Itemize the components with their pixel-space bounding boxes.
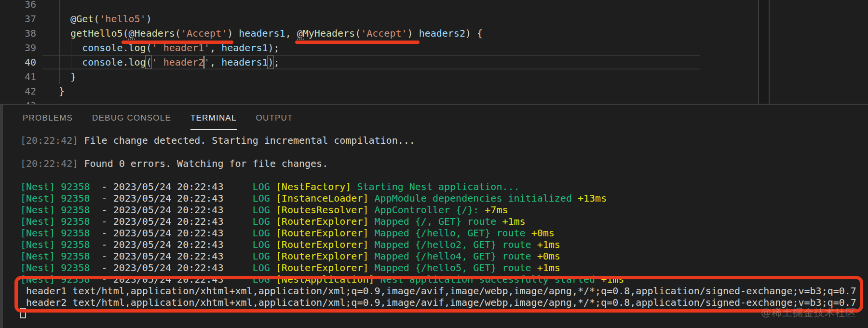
line-number[interactable]: 41	[10, 69, 36, 84]
code-line: }	[59, 69, 483, 84]
terminal-line: [Nest] 92358 - 2023/05/24 20:22:43 LOG […	[20, 239, 856, 250]
panel-tab-debug-console[interactable]: DEBUG CONSOLE	[92, 107, 171, 130]
panel-tab-problems[interactable]: PROBLEMS	[23, 107, 73, 130]
vscode-window: 3637383940414243 @Get('hello5') getHello…	[0, 0, 868, 328]
panel-tab-output[interactable]: OUTPUT	[256, 107, 293, 130]
terminal-line	[20, 308, 856, 320]
terminal-line: [Nest] 92358 - 2023/05/24 20:22:43 LOG […	[20, 216, 856, 227]
code-line: }	[59, 84, 483, 98]
decorator-hint-dots	[128, 37, 135, 40]
line-numbers-gutter[interactable]: 3637383940414243	[10, 0, 36, 104]
terminal-line: [Nest] 92358 - 2023/05/24 20:22:43 LOG […	[20, 262, 856, 273]
panel-top-border[interactable]	[0, 104, 868, 105]
code-line: @Get('hello5')	[59, 12, 483, 26]
terminal-line	[20, 146, 856, 158]
code-line: getHello5(@Headers('Accept') headers1, @…	[59, 26, 483, 41]
line-number[interactable]: 37	[10, 12, 36, 26]
bracket-match-open	[145, 55, 152, 69]
terminal-cursor	[20, 308, 26, 318]
terminal-line	[20, 169, 856, 181]
line-number[interactable]: 43	[10, 98, 36, 104]
annotation-underline-headers	[122, 41, 233, 44]
watermark: @稀土掘金技术社区	[761, 306, 856, 319]
text-cursor	[203, 56, 204, 68]
code-editor[interactable]: 3637383940414243 @Get('hello5') getHello…	[0, 0, 868, 104]
terminal-line: [Nest] 92358 - 2023/05/24 20:22:43 LOG […	[20, 273, 856, 285]
indent-guide	[71, 41, 71, 69]
decorator-hint-dots	[297, 37, 304, 40]
terminal-line: header1 text/html,application/xhtml+xml,…	[20, 285, 856, 297]
terminal-line: [Nest] 92358 - 2023/05/24 20:22:43 LOG […	[20, 204, 856, 216]
code-line	[59, 0, 483, 12]
line-number[interactable]: 42	[10, 84, 36, 98]
indent-guide	[59, 0, 60, 84]
terminal-line: [20:22:42] File change detected. Startin…	[20, 135, 856, 146]
line-number[interactable]: 36	[10, 0, 36, 12]
editor-split-divider[interactable]	[758, 0, 759, 104]
code-area[interactable]: @Get('hello5') getHello5(@Headers('Accep…	[59, 0, 483, 104]
panel-tab-terminal[interactable]: TERMINAL	[190, 107, 237, 130]
line-number[interactable]: 38	[10, 26, 36, 41]
code-line	[59, 98, 483, 104]
panel-tab-bar: PROBLEMSDEBUG CONSOLETERMINALOUTPUT	[23, 107, 293, 130]
terminal-line: [Nest] 92358 - 2023/05/24 20:22:43 LOG […	[20, 227, 856, 239]
line-number[interactable]: 40	[10, 55, 36, 69]
bracket-match-close	[267, 55, 274, 69]
editor-split-divider[interactable]	[769, 0, 770, 104]
terminal-line: [Nest] 92358 - 2023/05/24 20:22:43 LOG […	[20, 181, 856, 192]
line-number[interactable]: 39	[10, 41, 36, 55]
terminal-output[interactable]: [20:22:42] File change detected. Startin…	[20, 135, 856, 320]
annotation-underline-myheaders	[295, 41, 420, 44]
terminal-line: [Nest] 92358 - 2023/05/24 20:22:43 LOG […	[20, 192, 856, 204]
terminal-line: [20:22:42] Found 0 errors. Watching for …	[20, 158, 856, 169]
editor-scrollbar-column[interactable]	[759, 0, 769, 104]
terminal-line: header2 text/html,application/xhtml+xml,…	[20, 297, 856, 308]
terminal-line: [Nest] 92358 - 2023/05/24 20:22:43 LOG […	[20, 250, 856, 262]
